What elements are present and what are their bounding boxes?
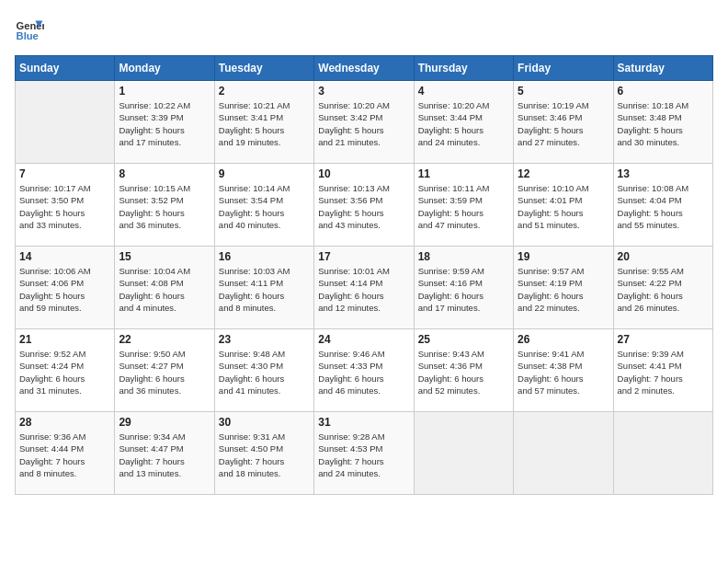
calendar-cell: 20Sunrise: 9:55 AM Sunset: 4:22 PM Dayli… <box>613 247 712 329</box>
day-number: 12 <box>518 167 609 180</box>
day-info: Sunrise: 10:10 AM Sunset: 4:01 PM Daylig… <box>518 182 609 231</box>
day-info: Sunrise: 10:08 AM Sunset: 4:04 PM Daylig… <box>618 182 709 231</box>
day-info: Sunrise: 10:17 AM Sunset: 3:50 PM Daylig… <box>19 182 110 231</box>
day-info: Sunrise: 9:52 AM Sunset: 4:24 PM Dayligh… <box>19 348 110 396</box>
calendar-cell: 4Sunrise: 10:20 AM Sunset: 3:44 PM Dayli… <box>414 81 513 164</box>
calendar-cell <box>514 412 613 495</box>
day-info: Sunrise: 9:36 AM Sunset: 4:44 PM Dayligh… <box>19 431 110 479</box>
day-info: Sunrise: 9:39 AM Sunset: 4:41 PM Dayligh… <box>618 348 709 396</box>
day-info: Sunrise: 9:34 AM Sunset: 4:47 PM Dayligh… <box>119 431 210 479</box>
day-number: 21 <box>19 333 110 346</box>
calendar-cell: 28Sunrise: 9:36 AM Sunset: 4:44 PM Dayli… <box>16 412 115 495</box>
calendar-cell: 29Sunrise: 9:34 AM Sunset: 4:47 PM Dayli… <box>115 412 214 495</box>
day-number: 15 <box>119 250 210 263</box>
calendar-cell: 6Sunrise: 10:18 AM Sunset: 3:48 PM Dayli… <box>613 81 712 164</box>
day-info: Sunrise: 10:22 AM Sunset: 3:39 PM Daylig… <box>119 99 210 148</box>
day-info: Sunrise: 9:28 AM Sunset: 4:53 PM Dayligh… <box>318 431 409 479</box>
logo: General Blue <box>15 15 44 44</box>
day-info: Sunrise: 9:41 AM Sunset: 4:38 PM Dayligh… <box>518 348 609 396</box>
day-number: 13 <box>618 167 709 180</box>
calendar-week-3: 14Sunrise: 10:06 AM Sunset: 4:06 PM Dayl… <box>16 247 713 329</box>
calendar-cell <box>613 412 712 495</box>
calendar-cell <box>414 412 513 495</box>
calendar-cell: 3Sunrise: 10:20 AM Sunset: 3:42 PM Dayli… <box>314 81 414 164</box>
day-number: 18 <box>418 250 509 263</box>
calendar-cell: 17Sunrise: 10:01 AM Sunset: 4:14 PM Dayl… <box>314 247 414 329</box>
day-info: Sunrise: 10:21 AM Sunset: 3:41 PM Daylig… <box>219 99 310 148</box>
weekday-header-thursday: Thursday <box>414 56 513 81</box>
calendar-cell: 14Sunrise: 10:06 AM Sunset: 4:06 PM Dayl… <box>16 247 115 329</box>
day-info: Sunrise: 9:43 AM Sunset: 4:36 PM Dayligh… <box>418 348 509 396</box>
calendar-cell: 13Sunrise: 10:08 AM Sunset: 4:04 PM Dayl… <box>613 164 712 247</box>
day-info: Sunrise: 9:46 AM Sunset: 4:33 PM Dayligh… <box>318 348 409 396</box>
day-info: Sunrise: 9:59 AM Sunset: 4:16 PM Dayligh… <box>418 265 509 314</box>
day-info: Sunrise: 9:50 AM Sunset: 4:27 PM Dayligh… <box>119 348 210 396</box>
weekday-header-saturday: Saturday <box>613 56 712 81</box>
day-number: 14 <box>19 250 110 263</box>
calendar-cell: 25Sunrise: 9:43 AM Sunset: 4:36 PM Dayli… <box>414 329 513 412</box>
weekday-header-wednesday: Wednesday <box>314 56 414 81</box>
day-number: 17 <box>318 250 409 263</box>
svg-text:Blue: Blue <box>17 30 39 41</box>
calendar-cell: 26Sunrise: 9:41 AM Sunset: 4:38 PM Dayli… <box>514 329 613 412</box>
day-info: Sunrise: 9:55 AM Sunset: 4:22 PM Dayligh… <box>618 265 709 314</box>
calendar-cell: 21Sunrise: 9:52 AM Sunset: 4:24 PM Dayli… <box>16 329 115 412</box>
weekday-header-friday: Friday <box>514 56 613 81</box>
calendar-cell: 19Sunrise: 9:57 AM Sunset: 4:19 PM Dayli… <box>514 247 613 329</box>
day-info: Sunrise: 10:20 AM Sunset: 3:44 PM Daylig… <box>418 99 509 148</box>
day-info: Sunrise: 9:57 AM Sunset: 4:19 PM Dayligh… <box>518 265 609 314</box>
day-number: 24 <box>318 333 409 346</box>
calendar-cell: 24Sunrise: 9:46 AM Sunset: 4:33 PM Dayli… <box>314 329 414 412</box>
calendar-table: SundayMondayTuesdayWednesdayThursdayFrid… <box>15 55 713 495</box>
day-number: 29 <box>119 416 210 429</box>
calendar-cell: 16Sunrise: 10:03 AM Sunset: 4:11 PM Dayl… <box>214 247 313 329</box>
calendar-cell: 9Sunrise: 10:14 AM Sunset: 3:54 PM Dayli… <box>214 164 313 247</box>
calendar-week-4: 21Sunrise: 9:52 AM Sunset: 4:24 PM Dayli… <box>16 329 713 412</box>
calendar-cell: 10Sunrise: 10:13 AM Sunset: 3:56 PM Dayl… <box>314 164 414 247</box>
day-number: 19 <box>518 250 609 263</box>
day-number: 8 <box>119 167 210 180</box>
day-number: 26 <box>518 333 609 346</box>
day-info: Sunrise: 10:01 AM Sunset: 4:14 PM Daylig… <box>318 265 409 314</box>
day-number: 1 <box>119 85 210 98</box>
calendar-body: 1Sunrise: 10:22 AM Sunset: 3:39 PM Dayli… <box>16 81 713 495</box>
calendar-cell: 7Sunrise: 10:17 AM Sunset: 3:50 PM Dayli… <box>16 164 115 247</box>
day-number: 23 <box>219 333 310 346</box>
day-number: 28 <box>19 416 110 429</box>
weekday-row: SundayMondayTuesdayWednesdayThursdayFrid… <box>16 56 713 81</box>
calendar-header: SundayMondayTuesdayWednesdayThursdayFrid… <box>16 56 713 81</box>
day-number: 27 <box>618 333 709 346</box>
logo-icon: General Blue <box>15 15 44 44</box>
calendar-week-2: 7Sunrise: 10:17 AM Sunset: 3:50 PM Dayli… <box>16 164 713 247</box>
day-info: Sunrise: 10:04 AM Sunset: 4:08 PM Daylig… <box>119 265 210 314</box>
day-number: 2 <box>219 85 310 98</box>
calendar-week-1: 1Sunrise: 10:22 AM Sunset: 3:39 PM Dayli… <box>16 81 713 164</box>
day-number: 7 <box>19 167 110 180</box>
calendar-cell: 23Sunrise: 9:48 AM Sunset: 4:30 PM Dayli… <box>214 329 313 412</box>
day-info: Sunrise: 10:03 AM Sunset: 4:11 PM Daylig… <box>219 265 310 314</box>
day-info: Sunrise: 10:19 AM Sunset: 3:46 PM Daylig… <box>518 99 609 148</box>
day-number: 30 <box>219 416 310 429</box>
weekday-header-sunday: Sunday <box>16 56 115 81</box>
calendar-cell: 8Sunrise: 10:15 AM Sunset: 3:52 PM Dayli… <box>115 164 214 247</box>
day-number: 25 <box>418 333 509 346</box>
calendar-cell: 2Sunrise: 10:21 AM Sunset: 3:41 PM Dayli… <box>214 81 313 164</box>
calendar-cell: 12Sunrise: 10:10 AM Sunset: 4:01 PM Dayl… <box>514 164 613 247</box>
calendar-cell: 5Sunrise: 10:19 AM Sunset: 3:46 PM Dayli… <box>514 81 613 164</box>
day-number: 10 <box>318 167 409 180</box>
day-number: 31 <box>318 416 409 429</box>
calendar-cell: 22Sunrise: 9:50 AM Sunset: 4:27 PM Dayli… <box>115 329 214 412</box>
day-number: 6 <box>618 85 709 98</box>
calendar-cell: 15Sunrise: 10:04 AM Sunset: 4:08 PM Dayl… <box>115 247 214 329</box>
calendar-cell: 30Sunrise: 9:31 AM Sunset: 4:50 PM Dayli… <box>214 412 313 495</box>
weekday-header-monday: Monday <box>115 56 214 81</box>
day-info: Sunrise: 10:11 AM Sunset: 3:59 PM Daylig… <box>418 182 509 231</box>
calendar-cell: 1Sunrise: 10:22 AM Sunset: 3:39 PM Dayli… <box>115 81 214 164</box>
day-number: 3 <box>318 85 409 98</box>
day-number: 20 <box>618 250 709 263</box>
calendar-week-5: 28Sunrise: 9:36 AM Sunset: 4:44 PM Dayli… <box>16 412 713 495</box>
day-info: Sunrise: 9:31 AM Sunset: 4:50 PM Dayligh… <box>219 431 310 479</box>
day-number: 9 <box>219 167 310 180</box>
page-header: General Blue <box>15 15 713 44</box>
day-info: Sunrise: 10:14 AM Sunset: 3:54 PM Daylig… <box>219 182 310 231</box>
